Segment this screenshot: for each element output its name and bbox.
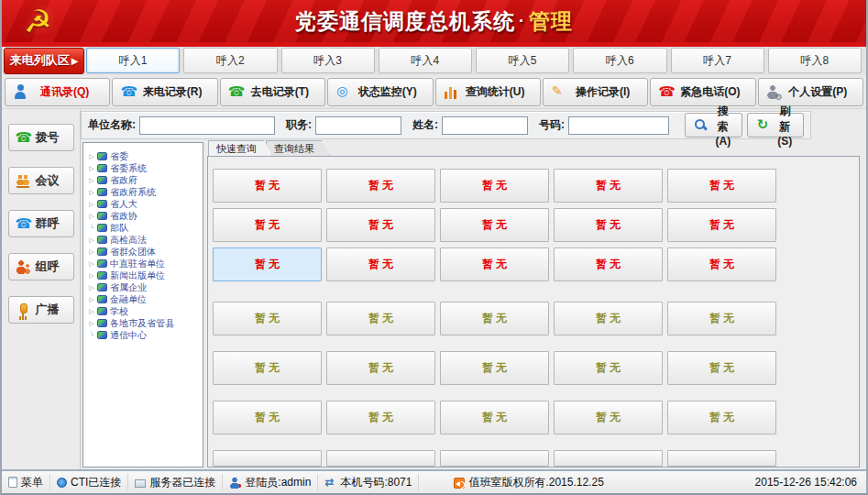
slot-button[interactable]: 暂无 [667,208,776,242]
expand-arrow-icon[interactable] [88,165,95,172]
slot-button[interactable] [326,450,435,467]
sidebar-button[interactable]: 群呼 [8,210,74,237]
result-tab[interactable]: 快速查询 [208,140,272,156]
slot-button[interactable]: 暂无 [554,169,663,203]
incoming-line-tab[interactable]: 呼入6 [573,48,666,73]
tree-item[interactable]: 各地市及省管县 [85,317,203,329]
slot-button[interactable]: 暂无 [213,248,322,281]
tree-item[interactable]: 省委 [85,150,203,162]
slot-button[interactable]: 暂无 [326,351,435,385]
expand-arrow-icon[interactable] [88,308,95,315]
expand-arrow-icon[interactable] [88,225,95,231]
tree-item[interactable]: 省委系统 [85,162,203,174]
expand-arrow-icon[interactable] [88,332,95,338]
tree-item[interactable]: 省政府系统 [85,186,203,198]
expand-arrow-icon[interactable] [88,272,95,280]
slot-button[interactable]: 暂无 [326,208,435,242]
toolbar-button[interactable]: 去电记录(T) [220,78,325,106]
phone-number-input[interactable] [568,116,669,135]
slot-button[interactable]: 暂无 [326,169,435,203]
status-segment[interactable]: 本机号码:8071 [318,474,419,490]
slot-button[interactable]: 暂无 [440,208,549,242]
slot-button[interactable]: 暂无 [440,248,549,281]
slot-button[interactable]: 暂无 [213,401,322,434]
slot-button[interactable]: 暂无 [667,401,776,434]
status-segment[interactable]: 菜单 [2,474,50,490]
job-title-input[interactable] [315,116,401,135]
status-segment[interactable]: 服务器已连接 [128,474,223,490]
slot-button[interactable]: 暂无 [213,169,322,203]
slot-button[interactable]: 暂无 [667,351,776,385]
slot-button[interactable]: 暂无 [440,351,549,385]
expand-arrow-icon[interactable] [88,260,95,268]
slot-button[interactable]: 暂无 [213,208,322,242]
expand-arrow-icon[interactable] [88,296,95,303]
incoming-line-tab[interactable]: 呼入5 [476,48,569,73]
status-segment[interactable]: CTI已连接 [50,474,128,490]
expand-arrow-icon[interactable] [88,236,95,244]
toolbar-button[interactable]: 操作记录(I) [543,78,648,106]
tree-item[interactable]: 省政协 [85,210,203,222]
toolbar-button[interactable]: 紧急电话(O) [650,78,755,106]
result-tab[interactable]: 查询结果 [266,140,330,156]
tree-item[interactable]: 金融单位 [85,293,203,305]
incoming-line-tab[interactable]: 呼入7 [671,48,764,73]
tree-item[interactable]: 通信中心 [85,329,203,341]
expand-arrow-icon[interactable] [88,177,95,184]
slot-button[interactable]: 暂无 [554,208,663,242]
expand-arrow-icon[interactable] [88,201,95,208]
expand-arrow-icon[interactable] [88,284,95,292]
incoming-line-tab[interactable]: 呼入4 [379,48,472,73]
slot-button[interactable]: 暂无 [667,169,776,203]
sidebar-button[interactable]: 组呼 [8,253,74,280]
slot-button[interactable]: 暂无 [554,401,663,434]
slot-button[interactable]: 暂无 [326,401,435,434]
slot-button[interactable] [213,450,322,467]
tree-item[interactable]: 学校 [85,305,203,317]
slot-button[interactable] [440,450,549,467]
slot-button[interactable]: 暂无 [667,302,776,336]
search-button[interactable]: 搜索(A) [685,113,742,138]
expand-arrow-icon[interactable] [88,248,95,256]
slot-button[interactable]: 暂无 [440,401,549,434]
expand-arrow-icon[interactable] [88,213,95,220]
tree-item[interactable]: 中直驻省单位 [85,258,203,270]
toolbar-button[interactable]: 来电记录(R) [112,78,217,106]
incoming-line-tab[interactable]: 呼入2 [183,48,277,73]
slot-button[interactable]: 暂无 [326,248,435,281]
slot-button[interactable]: 暂无 [213,351,322,385]
slot-button[interactable]: 暂无 [667,248,776,281]
toolbar-button[interactable]: 通讯录(Q) [5,78,110,106]
tree-item[interactable]: 省属企业 [85,281,203,293]
person-name-input[interactable] [442,116,528,135]
slot-button[interactable]: 暂无 [554,302,663,336]
unit-name-input[interactable] [139,116,275,135]
toolbar-button[interactable]: 状态监控(Y) [327,78,433,106]
sidebar-button[interactable]: 拨号 [8,124,74,151]
tree-item[interactable]: 省人大 [85,198,203,210]
tree-item[interactable]: 新闻出版单位 [85,270,203,281]
incoming-queue-button[interactable]: 来电列队区 ▶ [4,48,84,74]
toolbar-button[interactable]: 查询统计(U) [435,78,541,106]
incoming-line-tab[interactable]: 呼入8 [768,48,862,73]
sidebar-button[interactable]: 会议 [8,167,74,194]
expand-arrow-icon[interactable] [88,320,95,327]
toolbar-button[interactable]: 个人设置(P) [758,78,863,106]
slot-button[interactable]: 暂无 [440,169,549,203]
slot-button[interactable] [554,450,663,467]
expand-arrow-icon[interactable] [88,189,95,196]
tree-item[interactable]: 高检高法 [85,234,203,246]
tree-item[interactable]: 省群众团体 [85,246,203,258]
slot-button[interactable]: 暂无 [440,302,549,336]
tree-item[interactable]: 省政府 [85,174,203,186]
incoming-line-tab[interactable]: 呼入1 [86,48,180,73]
refresh-button[interactable]: 刷新(S) [747,113,804,138]
sidebar-button[interactable]: 广播 [8,296,74,324]
tree-item[interactable]: 部队 [85,222,203,234]
slot-button[interactable]: 暂无 [554,351,663,385]
expand-arrow-icon[interactable] [88,153,95,160]
slot-button[interactable] [667,450,776,467]
slot-button[interactable]: 暂无 [326,302,435,336]
status-segment[interactable]: 登陆员:admin [223,474,318,490]
slot-button[interactable]: 暂无 [213,302,322,336]
